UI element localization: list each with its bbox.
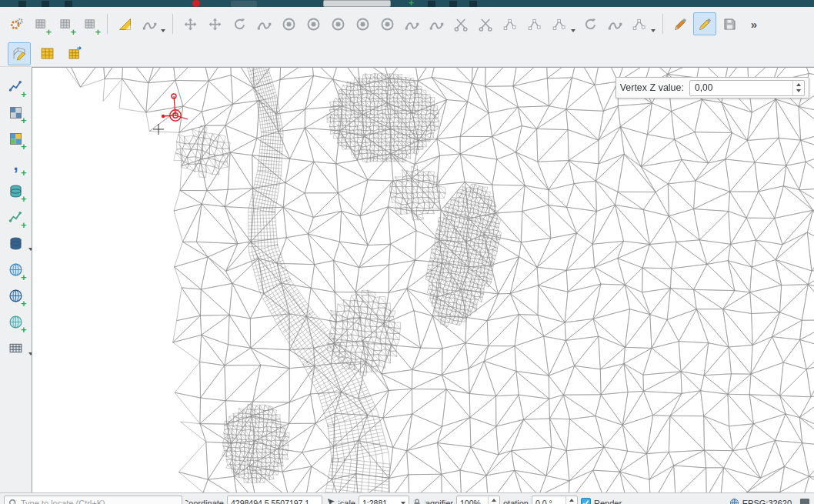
rotate-feature-button[interactable] <box>228 12 251 35</box>
vertex-z-value: 0,00 <box>695 82 712 93</box>
titlebar-icon <box>428 1 435 7</box>
add-virtual-layer-button[interactable]: + <box>5 205 28 229</box>
toggle-editing-button[interactable] <box>693 12 716 35</box>
simplify-feature-button[interactable] <box>252 12 275 35</box>
copy-move-feature-button[interactable] <box>203 12 226 35</box>
split-features-button[interactable] <box>449 12 472 35</box>
dropdown-arrow-icon[interactable] <box>161 29 165 32</box>
vertex-z-spinbox[interactable]: 0,00 <box>689 80 805 96</box>
scale-combobox[interactable]: 1:2881 <box>359 496 409 504</box>
titlebar-icon <box>449 1 457 7</box>
lock-scale-icon[interactable] <box>412 498 422 504</box>
force-by-selected-geometries-icon <box>67 45 83 62</box>
digitize-mesh-elements-button[interactable] <box>8 42 31 65</box>
coordinate-extent-toggle-icon[interactable] <box>325 498 335 504</box>
reshape-features-button[interactable] <box>425 12 448 35</box>
digitizing-toolbar: +++» <box>0 7 814 41</box>
spin-arrows-icon[interactable] <box>565 496 577 504</box>
crs-globe-icon <box>729 498 739 504</box>
toolbar-overflow-button[interactable]: » <box>742 12 766 35</box>
trim-extend-feature-icon <box>632 16 648 32</box>
save-edits-button[interactable] <box>718 12 741 35</box>
plus-badge-icon: + <box>21 90 27 98</box>
add-part-icon <box>305 16 322 32</box>
messages-icon[interactable] <box>799 498 810 504</box>
add-mesh-layer-button[interactable]: + <box>5 127 28 150</box>
fill-ring-icon <box>330 16 346 32</box>
new-temporary-scratch-layer-button[interactable]: + <box>78 12 102 35</box>
offset-point-symbols-button[interactable] <box>603 12 626 35</box>
move-feature-button[interactable] <box>178 12 202 35</box>
titlebar-combo[interactable] <box>323 0 391 7</box>
render-checkbox[interactable] <box>581 498 591 504</box>
dropdown-arrow-icon[interactable] <box>651 29 656 32</box>
toolbar-separator <box>107 14 108 34</box>
fill-ring-button[interactable] <box>326 12 349 35</box>
spin-arrows-icon[interactable] <box>488 496 499 504</box>
save-edits-icon <box>722 16 738 32</box>
status-bar: Coordinate 4298494.5,5507197.1 Scale 1:2… <box>0 492 814 504</box>
add-postgis-layer-icon <box>8 235 24 252</box>
add-ring-button[interactable] <box>277 12 300 35</box>
plus-badge-icon: + <box>21 169 27 177</box>
add-wms-layer-button[interactable]: + <box>5 258 28 281</box>
coordinate-input[interactable]: 4298494.5,5507197.1 <box>227 496 322 504</box>
allow-edits-button[interactable] <box>669 12 692 35</box>
vertex-z-label: Vertex Z value: <box>620 82 684 93</box>
gears-button[interactable] <box>5 12 28 35</box>
split-parts-icon <box>478 16 494 32</box>
merge-attributes-of-features-button[interactable] <box>523 12 546 35</box>
force-by-selected-geometries-button[interactable] <box>63 42 86 65</box>
add-spatialite-layer-button[interactable]: + <box>5 179 28 202</box>
locate-search[interactable] <box>4 496 182 504</box>
new-geopackage-layer-button[interactable]: + <box>29 12 52 35</box>
scale-label: Scale <box>339 499 355 504</box>
gears-icon <box>8 16 25 32</box>
add-xyz-layer-icon <box>8 340 24 356</box>
spin-arrows-icon[interactable] <box>792 81 804 95</box>
vertex-tool-button[interactable] <box>548 12 571 35</box>
map-canvas[interactable] <box>32 68 814 492</box>
delete-ring-icon <box>355 16 371 32</box>
merge-features-icon <box>502 16 519 32</box>
vertex-z-widget: Vertex Z value: 0,00 <box>616 77 809 98</box>
reindex-faces-and-vertices-button[interactable] <box>35 42 58 65</box>
toggle-editing-icon <box>697 16 713 32</box>
merge-features-button[interactable] <box>499 12 522 35</box>
titlebar-icon <box>469 1 477 7</box>
digitize-with-curve-icon <box>142 16 158 32</box>
allow-edits-icon <box>672 16 689 32</box>
rotate-point-symbols-button[interactable] <box>579 12 602 35</box>
titlebar-record-icon <box>192 0 200 7</box>
mesh-digitizing-toolbar <box>0 41 814 67</box>
add-vector-layer-button[interactable]: + <box>5 75 28 98</box>
crs-label[interactable]: EPSG:32620 <box>742 499 792 504</box>
offset-curve-button[interactable] <box>400 12 423 35</box>
plus-badge-icon: + <box>21 116 27 125</box>
split-parts-button[interactable] <box>474 12 497 35</box>
advanced-digitizing-tools-button[interactable] <box>113 12 136 35</box>
add-raster-layer-button[interactable]: + <box>5 101 28 124</box>
titlebar-plus-icon: + <box>409 0 414 8</box>
locate-input[interactable] <box>21 499 167 504</box>
add-wcs-layer-button[interactable]: + <box>5 284 28 307</box>
add-wfs-layer-button[interactable]: + <box>5 310 28 333</box>
toolbar-separator <box>172 14 173 34</box>
reindex-faces-and-vertices-icon <box>39 45 55 62</box>
rotation-spinbox[interactable]: 0.0 ° <box>532 496 578 504</box>
add-postgis-layer-button[interactable] <box>5 232 28 255</box>
add-delimited-text-layer-button[interactable]: ,+ <box>5 153 28 176</box>
trim-extend-feature-button[interactable] <box>628 12 651 35</box>
delete-ring-button[interactable] <box>351 12 374 35</box>
add-xyz-layer-button[interactable] <box>5 336 28 359</box>
rotate-point-symbols-icon <box>582 16 599 32</box>
new-shapefile-layer-button[interactable]: + <box>54 12 77 35</box>
plus-badge-icon: + <box>21 195 27 203</box>
digitize-with-curve-button[interactable] <box>138 12 161 35</box>
toolbar-overflow-icon: » <box>751 18 757 31</box>
dropdown-arrow-icon[interactable] <box>571 29 575 32</box>
add-part-button[interactable] <box>302 12 325 35</box>
delete-part-button[interactable] <box>375 12 399 35</box>
chevron-down-icon <box>401 502 405 504</box>
magnifier-spinbox[interactable]: 100% <box>456 496 500 504</box>
